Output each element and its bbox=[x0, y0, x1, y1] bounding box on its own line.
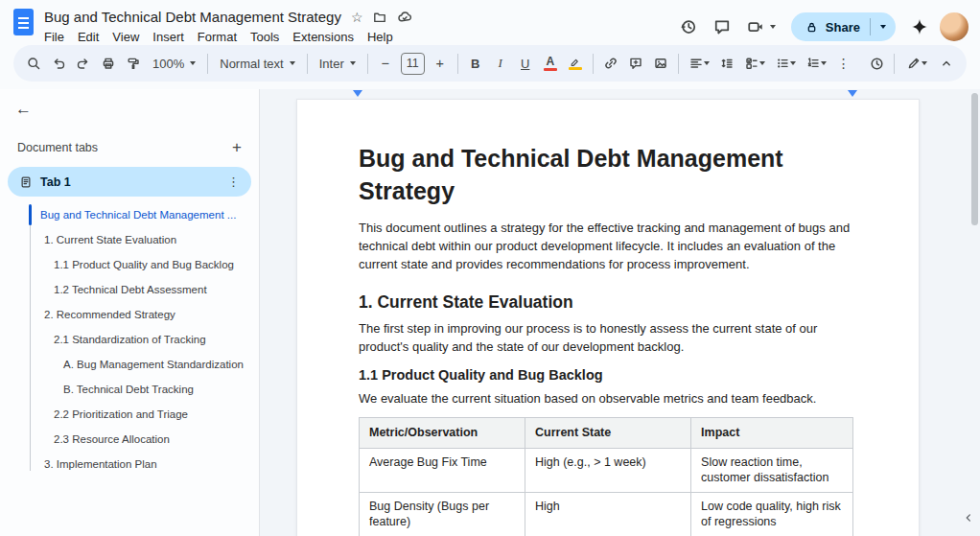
more-toolbar-options-button[interactable]: ⋮ bbox=[831, 51, 856, 76]
cloud-status-icon[interactable] bbox=[397, 10, 412, 25]
line-spacing-button[interactable] bbox=[714, 51, 739, 76]
table-header[interactable]: Metric/Observation bbox=[360, 418, 525, 449]
align-button[interactable] bbox=[684, 51, 714, 76]
outline-item[interactable]: 1.2 Technical Debt Assessment bbox=[0, 277, 259, 302]
side-panel-toggle[interactable] bbox=[960, 507, 977, 528]
profile-avatar[interactable] bbox=[940, 12, 968, 41]
paint-format-button[interactable] bbox=[121, 51, 146, 76]
increase-font-size-button[interactable]: + bbox=[428, 51, 453, 76]
table-cell[interactable]: Average Bug Fix Time bbox=[360, 448, 525, 492]
numbered-list-button[interactable] bbox=[801, 51, 831, 76]
star-icon[interactable]: ☆ bbox=[351, 11, 363, 24]
highlight-color-button[interactable] bbox=[563, 51, 588, 76]
outline-item[interactable]: 1.1 Product Quality and Bug Backlog bbox=[0, 252, 259, 277]
outline-item[interactable]: 2.1 Standardization of Tracking bbox=[0, 327, 259, 352]
outline-item[interactable]: B. Technical Debt Tracking bbox=[0, 377, 259, 402]
outline-item[interactable]: A. Bug Management Standardization bbox=[0, 352, 259, 377]
font-select[interactable]: Inter bbox=[313, 51, 362, 76]
doc-title[interactable]: Bug and Technical Debt Management Strate… bbox=[359, 142, 853, 207]
tab-options-button[interactable]: ⋮ bbox=[225, 175, 242, 189]
add-comment-button[interactable] bbox=[623, 51, 648, 76]
metrics-table[interactable]: Metric/Observation Current State Impact … bbox=[359, 417, 853, 536]
brand-block: Bug and Technical Debt Management Strate… bbox=[13, 7, 412, 44]
decrease-font-size-button[interactable]: − bbox=[373, 51, 398, 76]
menu-format[interactable]: Format bbox=[191, 29, 244, 45]
meet-button[interactable] bbox=[742, 13, 781, 40]
doc-heading-1[interactable]: 1. Current State Evaluation bbox=[359, 291, 853, 314]
add-tab-button[interactable]: + bbox=[228, 139, 245, 155]
font-size-input[interactable]: 11 bbox=[401, 53, 425, 75]
zoom-select[interactable]: 100% bbox=[146, 51, 202, 76]
table-cell[interactable]: Bug Density (Bugs per feature) bbox=[360, 492, 525, 536]
top-bar: Bug and Technical Debt Management Strate… bbox=[0, 0, 980, 44]
table-header-row: Metric/Observation Current State Impact bbox=[360, 418, 853, 449]
scrollbar[interactable] bbox=[970, 91, 979, 534]
document-title[interactable]: Bug and Technical Debt Management Strate… bbox=[44, 9, 341, 25]
undo-button[interactable] bbox=[46, 51, 71, 76]
outline-item[interactable]: 3. Implementation Plan bbox=[0, 452, 259, 477]
insert-image-button[interactable] bbox=[648, 51, 673, 76]
bold-button[interactable]: B bbox=[463, 51, 488, 76]
table-header[interactable]: Impact bbox=[691, 418, 853, 449]
toolbar-wrap: 100% Normal text Inter − 11 + B I U A bbox=[0, 44, 980, 89]
outline-item[interactable]: 2.3 Resource Allocation bbox=[0, 427, 259, 452]
outline-item[interactable]: 2. Recommended Strategy bbox=[0, 302, 259, 327]
version-history-button[interactable] bbox=[675, 13, 702, 40]
menu-insert[interactable]: Insert bbox=[146, 29, 191, 45]
table-cell[interactable]: High (e.g., > 1 week) bbox=[525, 448, 691, 492]
insert-link-button[interactable] bbox=[598, 51, 623, 76]
doc-paragraph[interactable]: We evaluate the current situation based … bbox=[359, 389, 853, 408]
gemini-button[interactable] bbox=[906, 13, 933, 40]
table-cell[interactable]: Slow reaction time, customer dissatisfac… bbox=[691, 448, 853, 492]
document-page[interactable]: Bug and Technical Debt Management Strate… bbox=[296, 99, 920, 536]
align-left-icon bbox=[688, 56, 704, 71]
menu-tools[interactable]: Tools bbox=[244, 29, 286, 45]
editing-mode-button[interactable] bbox=[899, 51, 934, 76]
outline-item[interactable]: 2.2 Prioritization and Triage bbox=[0, 402, 259, 427]
document-outline: Bug and Technical Debt Management ... 1.… bbox=[0, 202, 259, 477]
outline-item[interactable]: 1. Current State Evaluation bbox=[0, 227, 259, 252]
divider bbox=[593, 54, 594, 74]
tab-item-tab1[interactable]: Tab 1 ⋮ bbox=[8, 167, 251, 197]
search-menus-button[interactable] bbox=[21, 51, 46, 76]
comments-button[interactable] bbox=[709, 13, 735, 40]
menu-view[interactable]: View bbox=[105, 29, 146, 45]
share-button[interactable]: Share bbox=[791, 12, 896, 41]
menu-file[interactable]: File bbox=[37, 29, 71, 45]
doc-heading-1-1[interactable]: 1.1 Product Quality and Bug Backlog bbox=[359, 365, 853, 385]
top-actions: Share bbox=[675, 10, 968, 44]
sparkle-icon bbox=[910, 17, 929, 36]
bulleted-list-button[interactable] bbox=[770, 51, 801, 76]
paint-roller-icon bbox=[126, 56, 141, 71]
lock-icon bbox=[805, 20, 819, 35]
print-button[interactable] bbox=[96, 51, 121, 76]
collapse-toolbar-button[interactable] bbox=[934, 51, 959, 76]
google-docs-app: Bug and Technical Debt Management Strate… bbox=[0, 0, 980, 536]
meet-options-caret[interactable] bbox=[770, 25, 776, 29]
back-button[interactable]: ← bbox=[15, 100, 32, 118]
menu-extensions[interactable]: Extensions bbox=[286, 29, 361, 45]
outline-item[interactable]: Bug and Technical Debt Management ... bbox=[0, 202, 259, 227]
table-cell[interactable]: Low code quality, high risk of regressio… bbox=[691, 492, 853, 536]
paragraph-style-select[interactable]: Normal text bbox=[213, 51, 301, 76]
table-header[interactable]: Current State bbox=[525, 418, 691, 449]
doc-intro[interactable]: This document outlines a strategy for th… bbox=[359, 219, 853, 273]
divider bbox=[678, 54, 679, 74]
doc-paragraph[interactable]: The first step in improving our process … bbox=[359, 319, 853, 356]
toolbar: 100% Normal text Inter − 11 + B I U A bbox=[13, 45, 967, 82]
redo-button[interactable] bbox=[71, 51, 96, 76]
docs-logo-icon[interactable] bbox=[13, 9, 34, 35]
left-indent-marker[interactable] bbox=[353, 90, 362, 97]
checklist-button[interactable] bbox=[739, 51, 770, 76]
right-indent-marker[interactable] bbox=[848, 90, 857, 97]
move-folder-icon[interactable] bbox=[372, 10, 387, 25]
scrollbar-thumb[interactable] bbox=[971, 93, 978, 225]
menu-help[interactable]: Help bbox=[361, 29, 400, 45]
underline-button[interactable]: U bbox=[513, 51, 538, 76]
activity-clock-button[interactable] bbox=[864, 51, 889, 76]
table-cell[interactable]: High bbox=[525, 492, 691, 536]
italic-button[interactable]: I bbox=[488, 51, 513, 76]
menu-edit[interactable]: Edit bbox=[71, 29, 105, 45]
text-color-button[interactable]: A bbox=[538, 51, 563, 76]
share-options-caret[interactable] bbox=[871, 25, 896, 29]
